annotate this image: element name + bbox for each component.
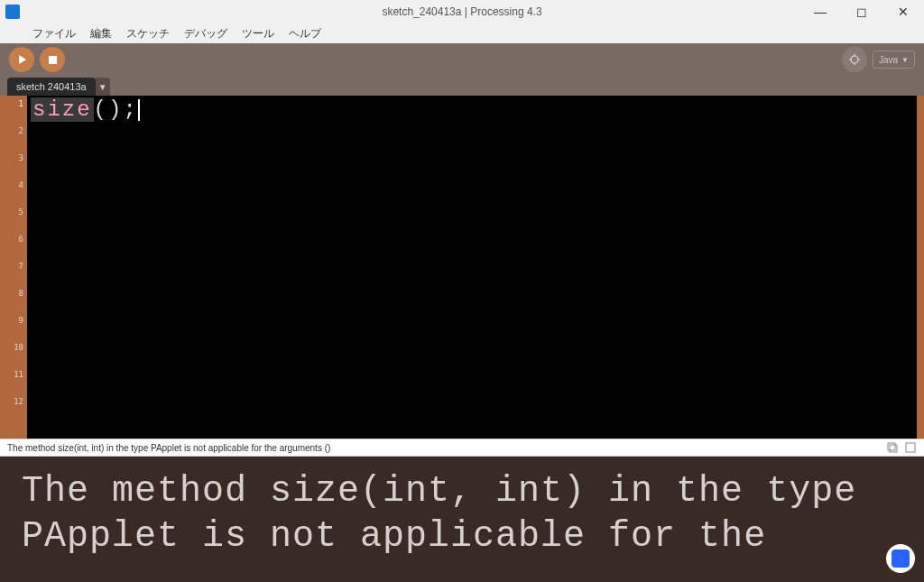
mode-selector[interactable]: Java ▼ (873, 51, 915, 69)
menu-sketch[interactable]: スケッチ (119, 26, 177, 42)
menubar: ファイル 編集 スケッチ デバッグ ツール ヘルプ (0, 23, 924, 43)
bug-icon (848, 53, 861, 66)
editor-area: 1 2 3 4 5 6 7 8 9 10 11 12 size(); (0, 96, 924, 439)
window-title: sketch_240413a | Processing 4.3 (382, 5, 541, 18)
code-editor[interactable]: size(); (27, 96, 917, 439)
menu-help[interactable]: ヘルプ (282, 26, 328, 42)
status-icons (886, 441, 917, 454)
gutter-line: 6 (7, 235, 27, 262)
gutter-line: 11 (7, 370, 27, 397)
gutter-line: 8 (7, 289, 27, 316)
line-gutter: 1 2 3 4 5 6 7 8 9 10 11 12 (7, 96, 27, 439)
help-badge[interactable] (886, 544, 915, 573)
gutter-line: 9 (7, 316, 27, 343)
window-controls: — ◻ ✕ (799, 0, 924, 23)
mode-label: Java (879, 55, 898, 65)
stop-button[interactable] (40, 47, 65, 72)
menu-tools[interactable]: ツール (235, 26, 282, 42)
maximize-button[interactable]: ◻ (841, 0, 882, 23)
gutter-line: 7 (7, 262, 27, 289)
play-icon (19, 55, 26, 64)
gutter-line: 2 (7, 126, 27, 153)
stop-icon (49, 56, 57, 64)
tab-dropdown[interactable]: ▼ (96, 78, 110, 96)
gutter-line: 1 (7, 99, 27, 126)
close-button[interactable]: ✕ (882, 0, 924, 23)
copy-icon[interactable] (886, 441, 899, 454)
code-token-rest: (); (94, 97, 138, 122)
code-line: size(); (31, 97, 913, 124)
gutter-line: 3 (7, 153, 27, 180)
toolbar: Java ▼ (0, 43, 924, 76)
expand-icon[interactable] (904, 441, 917, 454)
gutter-line: 12 (7, 397, 27, 424)
sketch-tab[interactable]: sketch 240413a (7, 78, 96, 96)
run-button[interactable] (9, 47, 34, 72)
console[interactable]: The method size(int, int) in the type PA… (0, 457, 924, 582)
gutter-line: 5 (7, 208, 27, 235)
svg-rect-7 (906, 443, 915, 452)
chevron-down-icon: ▼ (901, 56, 909, 64)
menu-debug[interactable]: デバッグ (177, 26, 235, 42)
gutter-line: 10 (7, 343, 27, 370)
minimize-button[interactable]: — (799, 0, 841, 23)
menu-edit[interactable]: 編集 (83, 26, 119, 42)
gutter-line: 4 (7, 180, 27, 208)
statusbar: The method size(int, int) in the type PA… (0, 439, 924, 457)
code-token-func: size (31, 97, 94, 122)
badge-icon (892, 550, 910, 568)
menu-file[interactable]: ファイル (25, 26, 83, 42)
app-icon (5, 5, 20, 19)
text-cursor (138, 99, 140, 121)
debug-button[interactable] (842, 47, 867, 72)
tabbar: sketch 240413a ▼ (0, 76, 924, 96)
status-message: The method size(int, int) in the type PA… (7, 443, 886, 453)
svg-rect-6 (890, 445, 897, 452)
console-output: The method size(int, int) in the type PA… (22, 469, 902, 559)
titlebar: sketch_240413a | Processing 4.3 — ◻ ✕ (0, 0, 924, 23)
svg-rect-5 (888, 443, 895, 450)
svg-point-0 (851, 56, 858, 63)
